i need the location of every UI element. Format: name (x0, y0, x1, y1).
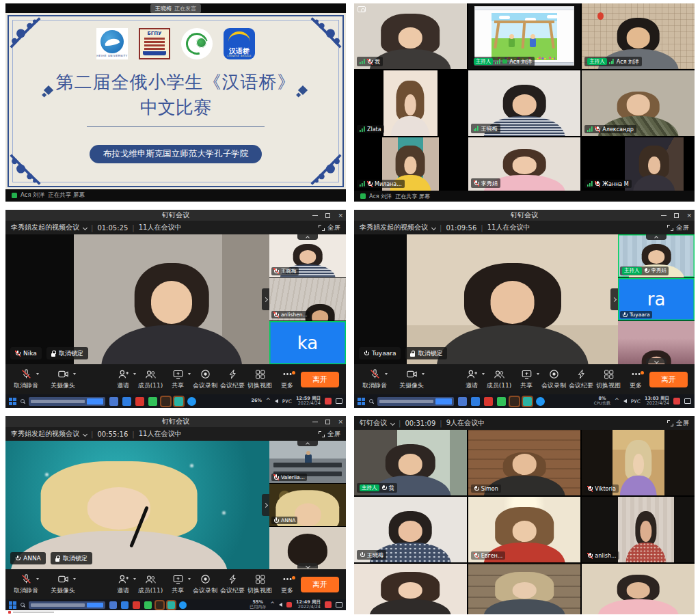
camera-flip-icon[interactable] (358, 6, 366, 12)
fullscreen-button[interactable]: 全屏 (667, 223, 689, 232)
record-button[interactable]: 会议录制 (540, 369, 567, 390)
tray-expand-icon[interactable]: ^ (615, 398, 619, 404)
camera-options-caret[interactable] (73, 373, 76, 377)
taskbar-app-icon-active[interactable] (510, 397, 519, 406)
members-button[interactable]: 成员(11) (137, 369, 164, 390)
switch-view-button[interactable]: 切换视图 (246, 574, 273, 595)
meeting-name[interactable]: 李秀娟发起的视频会议 (11, 223, 79, 232)
maximize-button[interactable] (674, 213, 679, 218)
minimize-button[interactable] (312, 422, 318, 422)
language-indicator[interactable]: РУС (631, 398, 641, 405)
sidebar-expand-handle[interactable] (262, 288, 269, 310)
taskbar-search[interactable] (29, 397, 105, 406)
taskbar-search[interactable] (377, 397, 454, 406)
video-tile[interactable]: Евген... (468, 497, 581, 562)
mute-options-caret[interactable] (36, 373, 39, 377)
fullscreen-button[interactable]: 全屏 (319, 223, 340, 232)
sidebar-collapse-handle[interactable] (646, 234, 667, 240)
video-tile[interactable]: anlish... (582, 497, 695, 562)
main-stage-video[interactable]: ANNA 取消锁定 (5, 441, 269, 569)
minutes-button[interactable]: 会议纪要 (219, 574, 246, 595)
taskbar-app-icon[interactable] (135, 397, 144, 406)
sidebar-video-tile[interactable]: ANNA (269, 484, 346, 526)
close-button[interactable]: × (686, 213, 692, 219)
video-tile[interactable]: 主持人Ася 刘洋 (582, 3, 695, 69)
taskbar-app-icon[interactable] (148, 397, 157, 406)
notification-badge[interactable] (325, 398, 332, 405)
more-button[interactable]: 更多 (273, 369, 301, 390)
sidebar-video-tile[interactable]: Valeriia... (269, 441, 346, 483)
invite-options-caret[interactable] (482, 373, 485, 377)
main-stage-video[interactable]: Nika 取消锁定 (5, 234, 269, 364)
minimize-button[interactable] (312, 215, 318, 216)
invite-button[interactable]: 邀请 (109, 369, 137, 390)
taskbar-app-icon[interactable] (471, 397, 480, 406)
start-button[interactable] (9, 601, 16, 609)
sidebar-expand-handle[interactable] (610, 288, 618, 310)
taskbar-clock[interactable]: 12:59 周日2022/4/24 (296, 396, 321, 407)
close-button[interactable]: × (338, 213, 343, 219)
taskbar-app-icon[interactable] (179, 601, 187, 609)
share-options-caret[interactable] (537, 373, 539, 377)
taskbar-app-icon[interactable] (121, 601, 129, 609)
taskbar-app-icon[interactable] (536, 397, 545, 406)
members-button[interactable]: 成员(11) (137, 574, 164, 595)
video-tile[interactable]: 王晓梅 (468, 70, 581, 136)
sidebar-video-tile-initials[interactable]: ra Tuyaara (618, 278, 695, 321)
invite-button[interactable]: 邀请 (109, 574, 137, 595)
taskbar-app-icon-active[interactable] (174, 397, 183, 406)
taskbar-app-icon[interactable] (133, 601, 140, 609)
start-button[interactable] (358, 398, 365, 405)
switch-view-button[interactable]: 切换视图 (246, 369, 273, 390)
taskbar-app-icon-active[interactable] (167, 601, 175, 609)
taskbar-app-icon[interactable] (497, 397, 506, 406)
volume-icon[interactable] (275, 399, 278, 403)
video-tile[interactable]: Александр (582, 70, 695, 136)
video-tile[interactable]: Милана... (354, 137, 467, 191)
sidebar-collapse-handle[interactable] (297, 234, 318, 240)
video-tile[interactable]: 主持人我 (354, 430, 467, 495)
tray-expand-icon[interactable]: ^ (270, 602, 275, 607)
taskbar-app-icon[interactable] (187, 397, 196, 406)
notification-badge[interactable] (286, 602, 292, 607)
language-indicator[interactable]: РУС (282, 398, 292, 405)
taskbar-app-icon-active[interactable] (156, 601, 163, 609)
unlock-button[interactable]: 取消锁定 (51, 552, 92, 564)
sidebar-scroll-down[interactable] (297, 563, 318, 569)
taskbar-clock[interactable]: 13:03 周日2022/4/24 (645, 396, 669, 407)
video-tile[interactable]: 李秀娟 (468, 137, 581, 191)
fullscreen-button[interactable]: 全屏 (667, 419, 689, 428)
close-button[interactable]: × (338, 419, 343, 425)
taskbar-app-icon[interactable] (109, 601, 117, 609)
notification-badge[interactable] (325, 601, 332, 608)
camera-button[interactable]: 关摄像头 (398, 369, 425, 390)
record-button[interactable]: 会议录制 (191, 574, 219, 595)
chat-icon[interactable] (336, 398, 342, 404)
chat-icon[interactable] (684, 398, 691, 404)
sidebar-collapse-handle[interactable] (297, 441, 318, 446)
mute-options-caret[interactable] (36, 578, 39, 582)
leave-button[interactable]: 离开 (301, 372, 339, 387)
mute-button[interactable]: 取消静音 (12, 574, 40, 595)
taskbar-app-icon-active[interactable] (161, 397, 170, 406)
video-tile[interactable]: 王晓梅 (354, 497, 467, 562)
video-tile[interactable]: Viktoria (582, 430, 695, 495)
invite-button[interactable]: 邀请 (458, 369, 485, 390)
sidebar-video-tile[interactable] (618, 321, 695, 364)
record-button[interactable]: 会议录制 (191, 369, 219, 390)
camera-button[interactable]: 关摄像头 (49, 369, 77, 390)
unlock-button[interactable]: 取消锁定 (46, 347, 88, 359)
taskbar-app-icon-active[interactable] (523, 397, 532, 406)
chevron-down-icon[interactable] (83, 225, 88, 230)
video-tile[interactable]: 我 (354, 3, 467, 69)
video-tile[interactable]: Simon (468, 430, 581, 495)
sidebar-video-tile[interactable]: 主持人李秀娟 (618, 234, 695, 277)
fullscreen-button[interactable]: 全屏 (319, 430, 340, 439)
leave-button[interactable]: 离开 (301, 577, 339, 592)
meeting-name[interactable]: 李秀娟发起的视频会议 (11, 429, 79, 439)
video-tile[interactable] (582, 564, 695, 614)
taskbar-app-icon[interactable] (122, 397, 131, 406)
mute-button[interactable]: 取消静音 (12, 369, 40, 390)
camera-options-caret[interactable] (73, 578, 76, 582)
taskbar-app-icon[interactable] (458, 397, 467, 406)
